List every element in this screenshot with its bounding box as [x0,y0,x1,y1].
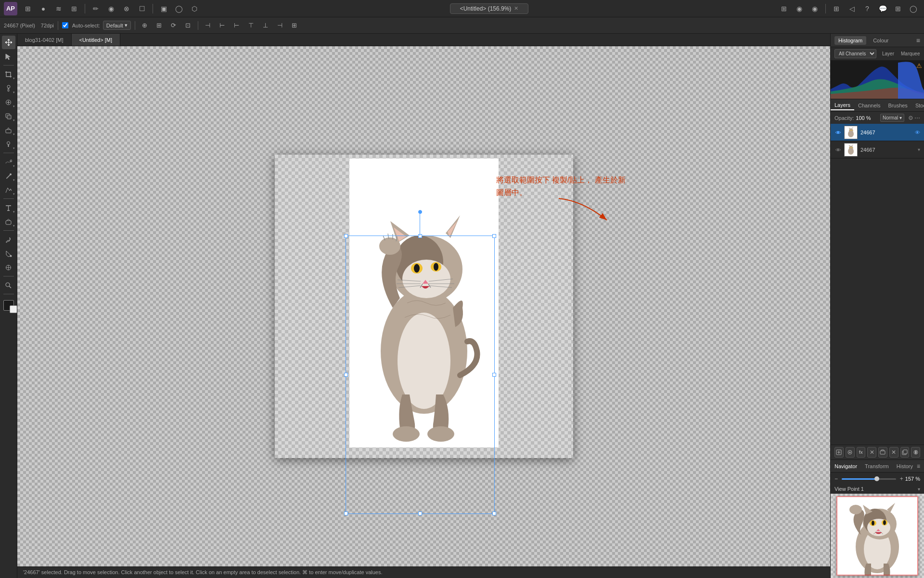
paint-brush-tool[interactable] [2,81,15,95]
layer-tool-adjust[interactable] [846,447,855,458]
select-tool[interactable] [2,50,15,63]
hist-tab-marquee[interactable]: Marquee [898,50,923,58]
zoom-handle[interactable] [874,476,879,481]
eyedropper-tool[interactable] [2,233,15,246]
menu-icon-edit[interactable]: ● [37,2,50,15]
distribute-btn[interactable]: ⊞ [289,20,300,31]
crop-tool[interactable] [2,67,15,81]
document-title-box[interactable]: <Untitled> (156.9%) ✕ [450,3,529,14]
tab-untitled[interactable]: <Untitled> [M] [72,34,120,46]
nav-thumbnail[interactable] [831,494,924,578]
foreground-color[interactable] [3,300,14,311]
opacity-value[interactable]: 100 % [856,115,871,121]
menu-icon-file[interactable]: ⊞ [21,2,35,15]
rotate-tool-btn[interactable]: ⟳ [168,20,180,31]
menu-bar: AP ⊞ ● ≋ ⊞ ✏ ◉ ⊗ ☐ ▣ ◯ ⬡ <Untitled> (156… [0,0,924,17]
menu-separator-1 [85,4,85,13]
document-title-close[interactable]: ✕ [514,5,518,12]
layer-item-1[interactable]: 24667 ▾ [831,141,924,158]
menu-icon-rect-select[interactable]: ▣ [157,2,170,15]
zoom-in-icon[interactable]: + [900,475,903,482]
shape-tool[interactable] [2,215,15,228]
dodge-burn-tool[interactable] [2,137,15,151]
histogram-expand[interactable]: ≡ [916,37,920,44]
align-top-btn[interactable]: ⊤ [245,20,257,31]
paint-tool[interactable] [2,169,15,183]
layer-more-icon[interactable]: ⋯ [914,115,920,121]
menu-icon-poly-select[interactable]: ⬡ [188,2,201,15]
layer-tool-mask[interactable] [911,447,920,458]
layer-0-visibility[interactable]: 👁 [915,130,920,135]
menu-icon-arrange[interactable]: ⊞ [777,2,791,15]
zoom-tool[interactable] [2,278,15,292]
fill-tool[interactable] [2,247,15,260]
tab-layers[interactable]: Layers [831,101,854,110]
vector-tool[interactable] [2,183,15,197]
align-right-btn[interactable]: ⊢ [231,20,243,31]
layer-0-eye[interactable] [834,130,841,135]
erase-tool[interactable] [2,123,15,137]
layer-tool-new[interactable] [834,447,844,458]
menu-icon-ellipse-select[interactable]: ◯ [172,2,186,15]
tab-history[interactable]: History [893,462,917,471]
text-tool[interactable] [2,201,15,214]
menu-icon-view[interactable]: ≋ [52,2,65,15]
background-color[interactable] [10,305,17,313]
tab-channels[interactable]: Channels [854,101,884,110]
canvas-area[interactable]: 將選取範圍按下 複製/貼上， 產生於新圖層中。 [17,46,830,566]
menu-icon-liquify[interactable]: ◉ [808,2,821,15]
layer-tool-fx[interactable]: fx [857,447,866,458]
zoom-slider[interactable] [842,478,896,480]
tab-navigator[interactable]: Navigator [831,462,861,471]
selection-brush-tool[interactable] [2,155,15,169]
layer-settings-icon[interactable]: ⚙ [908,115,913,121]
move-tool-btn[interactable]: ⊞ [154,20,165,31]
color-picker-tool[interactable] [2,261,15,274]
zoom-out-icon[interactable]: − [834,475,838,482]
healing-tool[interactable] [2,95,15,109]
menu-icon-select[interactable]: ☐ [135,2,149,15]
align-center-btn[interactable]: ⊢ [217,20,228,31]
layer-1-eye[interactable] [834,147,841,152]
menu-icon-adjust[interactable]: ⊗ [120,2,133,15]
tab-colour[interactable]: Colour [869,36,892,45]
menu-icon-develop[interactable]: ⊞ [830,2,843,15]
menu-icon-brush[interactable]: ✏ [89,2,103,15]
scale-tool-btn[interactable]: ⊡ [182,20,194,31]
tab-blog31[interactable]: blog31-0402 [M] [17,34,72,46]
layer-1-expand[interactable]: ▾ [918,147,920,152]
layer-tool-delete[interactable]: ✕ [867,447,876,458]
view-point-expand[interactable]: ▾ [918,486,920,492]
menu-icon-share[interactable]: ◁ [845,2,859,15]
layer-tool-group[interactable] [878,447,887,458]
menu-icon-account[interactable]: ◯ [907,2,920,15]
tab-brushes[interactable]: Brushes [885,101,911,110]
blend-mode-select[interactable]: Normal ▾ [880,114,904,122]
channel-select[interactable]: All Channels [834,49,876,58]
align-left-btn[interactable]: ⊣ [202,20,214,31]
move-tool[interactable] [2,36,15,49]
auto-select-dropdown[interactable]: Default ▾ [103,21,131,30]
nav-expand[interactable]: ≡ [917,463,924,470]
menu-icon-collab[interactable]: ⊞ [891,2,905,15]
menu-icon-help[interactable]: ? [860,2,874,15]
layer-tool-delete2[interactable]: ✕ [889,447,898,458]
clone-tool[interactable] [2,109,15,123]
transform-tool-btn[interactable]: ⊕ [139,20,151,31]
tab-stock[interactable]: Stock [911,101,924,110]
align-bottom-btn[interactable]: ⊣ [274,20,286,31]
tab-transform[interactable]: Transform [861,462,893,471]
layer-tool-duplicate[interactable] [900,447,910,458]
auto-select-checkbox[interactable] [62,22,68,28]
tab-histogram[interactable]: Histogram [834,36,866,45]
hist-tab-layer[interactable]: Layer [879,50,897,58]
layer-item-0[interactable]: 24667 👁 [831,124,924,141]
menu-icon-pixel[interactable]: ◉ [793,2,806,15]
menu-icon-speech[interactable]: 💬 [876,2,889,15]
menu-icon-filters[interactable]: ⊞ [67,2,81,15]
align-middle-btn[interactable]: ⊥ [260,20,271,31]
zoom-value[interactable]: 157 % [905,476,920,482]
menu-icon-color[interactable]: ◉ [104,2,118,15]
opt-sep-2 [135,21,135,30]
status-text: '24667' selected. Drag to move selection… [23,569,382,576]
